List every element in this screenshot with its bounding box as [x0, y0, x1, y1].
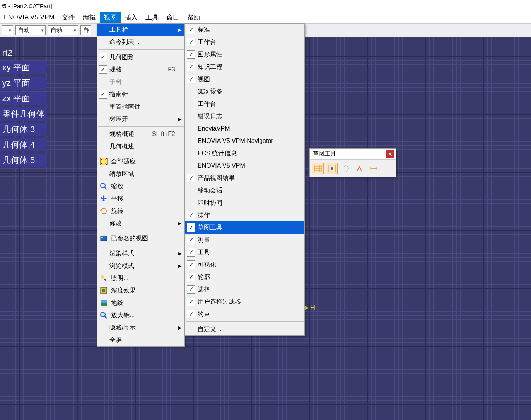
view-menu-item[interactable]: 全屏 [97, 334, 184, 346]
toolbars-menu-item[interactable]: 自定义... [185, 323, 304, 335]
combo-0[interactable] [2, 25, 13, 35]
toolbar-title[interactable]: 草图工具 ✕ [310, 149, 396, 160]
view-menu-item[interactable]: 隐藏/显示▶ [97, 321, 184, 334]
tree-node[interactable]: 几何体.5 [0, 154, 47, 167]
close-icon[interactable]: ✕ [386, 150, 394, 158]
toolbars-menu-item[interactable]: ✓用户选择过滤器 [185, 296, 304, 308]
menu-编辑[interactable]: 编辑 [79, 12, 100, 23]
combo-1[interactable]: 自动 [15, 25, 46, 35]
combo-2[interactable]: 自动 [48, 25, 78, 35]
toolbars-menu-item[interactable]: ENOVIA V5 VPM Navigator [185, 135, 304, 147]
menu-item-label: 选择 [198, 286, 304, 294]
menu-item-label: 全部适应 [111, 158, 184, 166]
menu-item-label: 全屏 [109, 336, 184, 344]
menu-item-label: 图形属性 [198, 51, 304, 59]
view-menu-item[interactable]: 放大镜... [97, 309, 184, 321]
toolbars-menu-item[interactable]: ✓工具 [185, 246, 304, 258]
toolbars-menu-item[interactable]: ✓操作 [185, 209, 304, 221]
view-menu-dropdown: 工具栏▶命令列表...✓几何图形✓规格F3子树✓指南针重置指南针树展开▶规格概述… [97, 23, 185, 347]
toolbars-menu-item[interactable]: ✓约束 [185, 308, 304, 320]
sketch-tools-toolbar[interactable]: 草图工具 ✕ [309, 148, 396, 177]
view-menu-item[interactable]: ✓规格F3 [97, 63, 184, 76]
check-icon: ✓ [187, 310, 195, 318]
menu-帮助[interactable]: 帮助 [183, 12, 204, 23]
menu-ENOVIA-V5-VPM[interactable]: ENOVIA V5 VPM [0, 12, 58, 22]
toolbars-menu-item[interactable]: ✓知识工程 [185, 61, 304, 73]
menu-item-label: 3Dx 设备 [198, 88, 304, 96]
view-menu-item[interactable]: 渲染样式▶ [97, 247, 184, 260]
toolbars-menu-item[interactable]: 移动会话 [185, 184, 304, 197]
check-icon: ✓ [187, 248, 195, 257]
view-menu-item[interactable]: 平移 [97, 192, 184, 205]
menu-separator [98, 231, 184, 231]
toolbars-menu-item[interactable]: ENOVIA V5 VPM [185, 160, 304, 172]
view-menu-item[interactable]: 缩放 [97, 180, 184, 192]
view-menu-item[interactable]: 修改▶ [97, 217, 184, 230]
tree-node[interactable]: xy 平面 [0, 61, 47, 74]
view-menu-item[interactable]: 树展开▶ [97, 113, 184, 125]
tree-node[interactable]: 零件几何体 [0, 107, 47, 121]
toolbars-menu-item[interactable]: PCS 统计信息 [185, 147, 304, 160]
view-menu-item[interactable]: 旋转 [97, 205, 184, 217]
tree-node[interactable]: yz 平面 [0, 77, 47, 90]
menu-item-label: 地线 [111, 299, 184, 307]
toolbars-menu-item[interactable]: ✓草图工具 [185, 221, 304, 234]
view-menu-item[interactable]: 全部适应 [97, 155, 184, 168]
tree-node[interactable]: rt2 [0, 47, 47, 59]
toolbars-menu-item[interactable]: ✓选择 [185, 283, 304, 296]
toolbars-menu-item[interactable]: ✓视图 [185, 73, 304, 85]
view-menu-item[interactable]: 重置指南针 [97, 100, 184, 113]
constraint-button[interactable] [354, 163, 365, 174]
menu-item-label: 视图 [198, 75, 304, 83]
grid-button[interactable] [312, 163, 324, 174]
menu-item-label: 工具 [198, 248, 304, 257]
view-menu-item[interactable]: 命令列表... [97, 36, 184, 48]
menu-item-label: 命令列表... [109, 38, 184, 46]
tree-node[interactable]: 几何体.4 [0, 138, 47, 151]
toolbars-menu-item[interactable]: ✓测量 [185, 234, 304, 246]
tree-node[interactable]: zx 平面 [0, 92, 47, 105]
view-menu-item[interactable]: 浏览模式▶ [97, 260, 184, 272]
toolbars-menu-item[interactable]: EnoviaVPM [185, 122, 304, 135]
combo-3[interactable]: 自 [80, 25, 91, 35]
toolbars-menu-item[interactable]: ✓轮廓 [185, 271, 304, 283]
lighting-icon [99, 273, 109, 283]
view-menu-item[interactable]: 地线 [97, 297, 184, 309]
toolbars-menu-item[interactable]: ✓图形属性 [185, 48, 304, 61]
view-menu-item[interactable]: 照明... [97, 272, 184, 284]
menu-item-label: 自定义... [198, 325, 304, 333]
snap-button[interactable] [326, 163, 338, 174]
window-title: /5 - [Part2.CATPart] [2, 3, 52, 9]
svg-line-11 [104, 316, 107, 318]
view-menu-item[interactable]: 工具栏▶ [97, 24, 184, 36]
view-menu-item[interactable]: 几何概述 [97, 140, 184, 153]
view-menu-item[interactable]: 规格概述Shift+F2 [97, 128, 184, 140]
toolbars-menu-item[interactable]: ✓工作台 [185, 36, 304, 48]
construction-button[interactable] [340, 163, 352, 174]
menu-窗口[interactable]: 窗口 [162, 12, 183, 23]
view-menu-item[interactable]: 深度效果... [97, 284, 184, 297]
view-menu-item[interactable]: 已命名的视图... [97, 232, 184, 245]
menu-文件[interactable]: 文件 [58, 12, 79, 23]
menu-插入[interactable]: 插入 [121, 12, 142, 23]
tree-node[interactable]: 几何体.3 [0, 123, 47, 136]
check-icon: ✓ [187, 298, 195, 306]
dim-button[interactable] [368, 163, 379, 174]
spec-tree: rt2xy 平面yz 平面zx 平面零件几何体几何体.3几何体.4几何体.5 [0, 45, 47, 169]
view-menu-item[interactable]: ✓几何图形 [97, 51, 184, 63]
menu-视图[interactable]: 视图 [100, 12, 121, 23]
view-menu-item[interactable]: 缩放区域 [97, 168, 184, 180]
toolbars-menu-item[interactable]: ✓产品视图结果 [185, 172, 304, 184]
menu-separator [98, 154, 184, 154]
toolbars-menu-item[interactable]: 即时协同 [185, 197, 304, 209]
toolbars-menu-item[interactable]: 错误日志 [185, 110, 304, 122]
toolbars-menu-item[interactable]: 工作台 [185, 98, 304, 110]
toolbars-menu-item[interactable]: 3Dx 设备 [185, 85, 304, 98]
view-menu-item[interactable]: ✓指南针 [97, 88, 184, 100]
toolbars-menu-item[interactable]: ✓可视化 [185, 258, 304, 271]
menu-item-label: 规格 [109, 66, 168, 74]
menu-item-label: 知识工程 [198, 63, 304, 71]
menu-separator [186, 321, 304, 322]
toolbars-menu-item[interactable]: ✓标准 [185, 24, 304, 36]
menu-工具[interactable]: 工具 [142, 12, 162, 23]
